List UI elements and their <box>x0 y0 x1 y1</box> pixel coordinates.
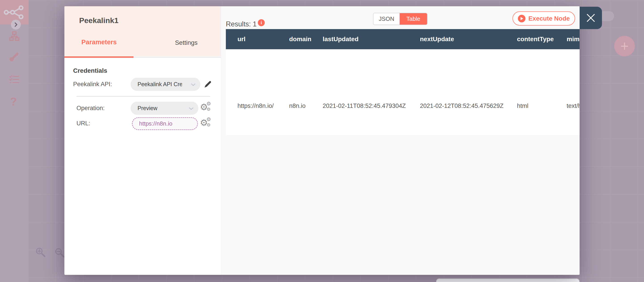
results-count: Results: 1 <box>226 20 257 28</box>
url-input-value: https://n8n.io <box>132 120 172 127</box>
n8n-canvas-overlay: ? + Peekalink1 Parameters Sett <box>0 0 644 282</box>
gear-icon: ⚙ <box>206 101 211 106</box>
credential-select-value: Peekalink API Cre ... <box>130 81 182 88</box>
plus-icon: + <box>620 39 628 53</box>
node-detail-modal: Peekalink1 Parameters Settings Credentia… <box>64 6 580 275</box>
zoom-out-icon <box>54 247 65 258</box>
cell-domain: n8n.io <box>278 49 311 135</box>
column-header: domain <box>278 29 311 49</box>
close-modal-button[interactable] <box>580 7 602 29</box>
url-expression-input[interactable]: https://n8n.io <box>132 117 198 130</box>
column-header: nextUpdate <box>408 29 505 49</box>
section-divider <box>76 96 210 97</box>
pencil-icon <box>204 80 212 88</box>
cell-contenttype: html <box>505 49 555 135</box>
cell-lastupdated: 2021-02-11T08:52:45.479304Z <box>311 49 408 135</box>
add-node-button[interactable]: + <box>614 36 635 56</box>
info-icon[interactable]: i <box>258 19 265 26</box>
zoom-in-icon <box>35 247 46 258</box>
column-header: lastUpdated <box>311 29 408 49</box>
close-icon <box>586 13 596 23</box>
tab-parameters[interactable]: Parameters <box>72 39 126 46</box>
toggle-table[interactable]: Table <box>400 13 427 25</box>
operation-select-value: Preview <box>130 105 158 111</box>
sidebar-item-help[interactable]: ? <box>7 95 20 108</box>
view-toggle: JSON Table <box>373 13 428 25</box>
n8n-logo-icon <box>4 5 25 19</box>
credential-select[interactable]: Peekalink API Cre ... <box>130 78 200 91</box>
url-options-button[interactable]: ⚙ ⚙ ⚙ <box>200 118 211 128</box>
toggle-json[interactable]: JSON <box>374 13 400 25</box>
cell-mimetype: text/html <box>555 49 580 135</box>
checklist-icon <box>9 75 20 84</box>
run-data-panel-edge <box>436 278 580 282</box>
play-icon <box>518 15 526 22</box>
execute-node-button[interactable]: Execute Node <box>512 12 575 26</box>
sidebar: ? <box>0 0 28 282</box>
table-row: https://n8n.io/ n8n.io 2021-02-11T08:52:… <box>226 49 580 135</box>
key-icon <box>9 52 19 62</box>
chevron-down-icon <box>190 83 196 86</box>
sidebar-item-executions[interactable] <box>9 74 20 85</box>
sidebar-expand-button[interactable] <box>11 20 21 30</box>
operation-label: Operation: <box>76 105 105 112</box>
operation-select[interactable]: Preview <box>130 102 198 115</box>
workflow-icon <box>9 31 20 41</box>
column-header: mimeType <box>555 29 580 49</box>
column-header: url <box>226 29 278 49</box>
zoom-out-button[interactable] <box>54 247 65 258</box>
node-settings-header <box>64 6 221 56</box>
table-header-row: url domain lastUpdated nextUpdate conten… <box>226 29 580 49</box>
node-title: Peekalink1 <box>79 16 118 25</box>
chevron-down-icon <box>188 107 194 110</box>
tab-settings[interactable]: Settings <box>160 39 213 46</box>
operation-options-button[interactable]: ⚙ ⚙ ⚙ <box>200 102 211 113</box>
gear-icon: ⚙ <box>206 117 211 122</box>
column-header: contentType <box>505 29 555 49</box>
url-label: URL: <box>76 120 90 127</box>
zoom-in-button[interactable] <box>35 247 46 258</box>
sidebar-item-credentials[interactable] <box>9 52 20 63</box>
credentials-heading: Credentials <box>73 67 107 74</box>
chevron-right-icon <box>14 22 18 27</box>
edit-credential-button[interactable] <box>204 80 212 89</box>
cell-nextupdate: 2021-02-12T08:52:45.475629Z <box>408 49 505 135</box>
results-table: url domain lastUpdated nextUpdate conten… <box>226 29 580 135</box>
active-tab-indicator <box>64 56 134 58</box>
sidebar-item-workflows[interactable] <box>9 31 20 42</box>
gear-icon: ⚙ <box>206 123 211 127</box>
gear-icon: ⚙ <box>206 107 211 111</box>
credential-label: Peekalink API: <box>73 81 112 88</box>
question-mark-icon: ? <box>10 95 17 108</box>
cell-url: https://n8n.io/ <box>226 49 278 135</box>
